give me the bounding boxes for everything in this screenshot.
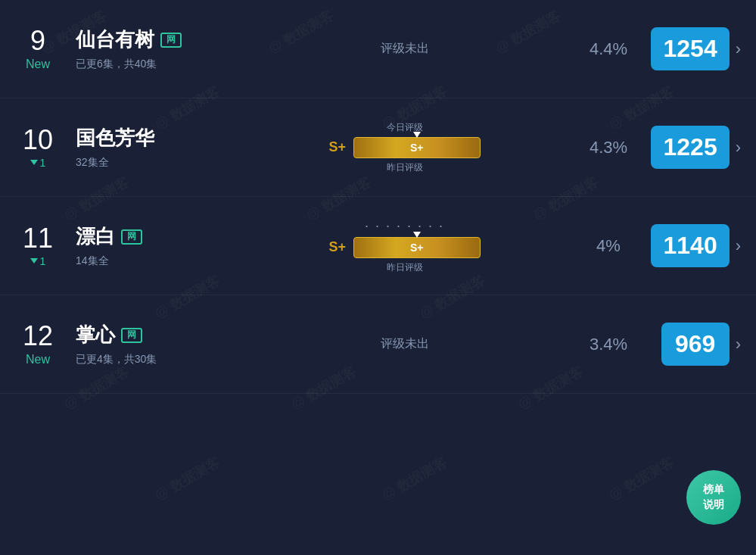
score-badge: 1140 — [651, 224, 729, 267]
rating-dots: · · · · · · · · — [365, 218, 444, 234]
chevron-right-icon[interactable]: › — [736, 335, 741, 354]
percent-col: 3.4% — [574, 335, 642, 354]
rank-col: 9New — [8, 27, 68, 71]
rating-yesterday-label: 昨日评级 — [387, 161, 423, 174]
title-text: 国色芳华 — [76, 125, 154, 151]
title-col: 漂白网14集全 — [68, 223, 235, 268]
subtitle-text: 已更6集，共40集 — [76, 58, 235, 71]
subtitle-text: 已更4集，共30集 — [76, 353, 235, 366]
score-col[interactable]: 1140› — [642, 224, 741, 267]
chevron-right-icon[interactable]: › — [736, 138, 741, 157]
title-col: 国色芳华32集全 — [68, 125, 235, 170]
score-col[interactable]: 1225› — [642, 126, 741, 169]
arrow-down-icon — [30, 258, 38, 263]
rating-col: 今日评级S+S+昨日评级 — [235, 121, 574, 174]
score-badge: 1254 — [651, 27, 729, 70]
title-col: 掌心网已更4集，共30集 — [68, 322, 235, 366]
rating-sp-label: S+ — [329, 239, 347, 255]
title-text: 掌心 — [76, 322, 115, 348]
rank-change-new: New — [26, 353, 50, 366]
rank-change-down: 1 — [30, 157, 46, 169]
arrow-down-icon — [30, 160, 38, 165]
rating-sp-label: S+ — [329, 139, 347, 155]
list-item: 9New仙台有树网已更6集，共40集评级未出4.4%1254› — [0, 0, 756, 98]
rank-col: 12New — [8, 323, 68, 366]
rating-triangle-icon — [413, 232, 421, 238]
rank-number: 12 — [23, 323, 53, 350]
rank-col: 111 — [8, 225, 68, 267]
rating-no-text: 评级未出 — [381, 41, 429, 57]
list-item: 111漂白网14集全· · · · · · · ·S+S+昨日评级4%1140› — [0, 197, 756, 295]
rating-no-text: 评级未出 — [381, 336, 429, 352]
rank-number: 11 — [23, 225, 53, 252]
score-badge: 969 — [661, 323, 730, 366]
net-tag: 网 — [121, 328, 142, 343]
rating-bar-text: S+ — [410, 142, 424, 154]
percent-col: 4.4% — [574, 39, 642, 59]
rank-number: 9 — [30, 27, 45, 55]
percent-col: 4.3% — [574, 138, 642, 157]
title-text: 仙台有树 — [76, 27, 154, 53]
score-col[interactable]: 969› — [642, 323, 741, 366]
rank-change-down: 1 — [30, 255, 46, 267]
bangdan-button[interactable]: 榜单说明 — [686, 470, 741, 525]
rating-col: 评级未出 — [235, 336, 574, 352]
rating-bar-text: S+ — [410, 242, 424, 254]
title-text: 漂白 — [76, 223, 115, 250]
percent-col: 4% — [574, 236, 642, 256]
net-tag: 网 — [160, 33, 182, 48]
rank-change-new: New — [26, 58, 50, 71]
chevron-right-icon[interactable]: › — [736, 39, 741, 59]
subtitle-text: 14集全 — [76, 254, 235, 268]
list-item: 12New掌心网已更4集，共30集评级未出3.4%969› — [0, 295, 756, 394]
rating-col: · · · · · · · ·S+S+昨日评级 — [235, 218, 574, 274]
title-col: 仙台有树网已更6集，共40集 — [68, 27, 235, 71]
list-item: 101国色芳华32集全今日评级S+S+昨日评级4.3%1225› — [0, 98, 756, 197]
rank-number: 10 — [23, 126, 53, 154]
rating-yesterday-label: 昨日评级 — [387, 261, 423, 274]
subtitle-text: 32集全 — [76, 156, 235, 170]
rating-bar: S+ — [353, 237, 480, 258]
rank-col: 101 — [8, 126, 68, 169]
chevron-right-icon[interactable]: › — [736, 236, 741, 256]
rating-bar: S+ — [353, 137, 480, 158]
net-tag: 网 — [121, 229, 142, 245]
score-badge: 1225 — [651, 126, 729, 169]
score-col[interactable]: 1254› — [642, 27, 741, 70]
rating-col: 评级未出 — [235, 41, 574, 57]
rating-triangle-icon — [413, 132, 421, 138]
